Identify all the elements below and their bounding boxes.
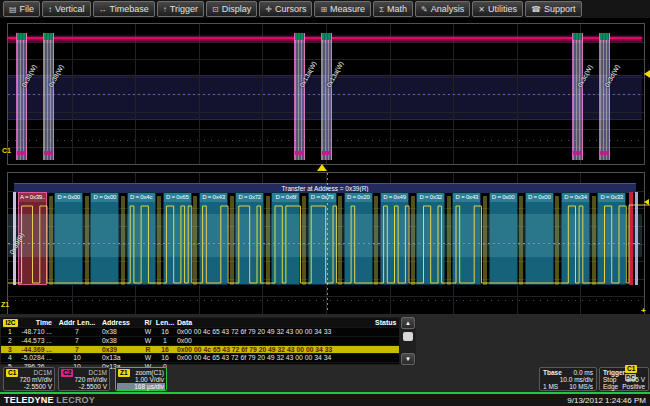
c1-chip: C1 bbox=[6, 369, 18, 377]
z1-scale: 1.00 V/div bbox=[118, 376, 164, 383]
burst-foot bbox=[295, 151, 304, 155]
menu-item-measure[interactable]: ⊞Measure bbox=[314, 1, 371, 17]
table-cell: W bbox=[141, 337, 155, 345]
burst-cap bbox=[17, 33, 26, 40]
menu-item-label: Cursors bbox=[275, 4, 307, 14]
tbase-scale: 10.0 ms/div bbox=[560, 376, 593, 383]
menu-item-label: Math bbox=[387, 4, 407, 14]
trigger-mode: Stop bbox=[603, 376, 616, 383]
menu-item-label: Vertical bbox=[55, 4, 85, 14]
trigger-box[interactable]: Trigger C1 DC Stop 3.05 V Edge Positive bbox=[599, 367, 649, 391]
datetime: 9/13/2012 1:24:46 PM bbox=[567, 396, 646, 405]
gridline bbox=[8, 296, 644, 297]
menu-item-support[interactable]: ☎Support bbox=[525, 1, 582, 17]
math-icon: Σ bbox=[379, 5, 384, 14]
burst-foot bbox=[322, 151, 331, 155]
decode-result-table: I2CTimeAddr Len...AddressR/Len...DataSta… bbox=[0, 317, 400, 365]
table-body: 1-48.710 ...70x38W160x00 00 4c 65 43 72 … bbox=[1, 327, 399, 371]
table-row[interactable]: 4-5.0284 ...100x13aW160x00 00 4c 65 43 7… bbox=[1, 353, 399, 362]
menu-item-trigger[interactable]: ↑Trigger bbox=[157, 1, 204, 17]
burst-foot bbox=[17, 151, 26, 155]
menu-item-display[interactable]: ⊡Display bbox=[206, 1, 257, 17]
table-cell: 3 bbox=[1, 346, 19, 354]
table-row[interactable]: 3-44.369 ...70x39R160x00 00 4c 65 43 72 … bbox=[1, 345, 399, 354]
table-header-cell: Len... bbox=[155, 319, 175, 327]
decode-box-label: D = 0x20 bbox=[345, 193, 372, 202]
table-cell: -44.369 ... bbox=[19, 346, 57, 354]
timebase-box[interactable]: Tbase 0.0 ms 10.0 ms/div 1 MS 10 MS/s bbox=[539, 367, 597, 391]
menu-item-math[interactable]: ΣMath bbox=[373, 1, 413, 17]
footer-bar: TELEDYNE LECROY 9/13/2012 1:24:46 PM bbox=[0, 394, 650, 406]
decode-box-label: D = 0x00 bbox=[55, 193, 82, 202]
zoom-level-marker[interactable] bbox=[644, 199, 649, 205]
scroll-down-button[interactable]: ▼ bbox=[401, 353, 415, 365]
table-cell: 2 bbox=[1, 337, 19, 345]
oscilloscope-screen: ▤File↕Vertical↔Timebase↑Trigger⊡Display✛… bbox=[0, 0, 650, 406]
table-header-cell: Addr Len... bbox=[57, 319, 97, 327]
c1-descriptor-box[interactable]: C1 DC1M 720 mV/div -2.5500 V bbox=[3, 367, 55, 391]
trigger-position-dashed-line bbox=[327, 173, 328, 312]
brand-logo: TELEDYNE LECROY bbox=[4, 395, 95, 405]
table-cell: 16 bbox=[155, 328, 175, 336]
table-cell: 0x38 bbox=[97, 337, 141, 345]
menu-item-cursors[interactable]: ✛Cursors bbox=[259, 1, 312, 17]
burst-cap bbox=[44, 33, 53, 40]
c1-offset: -2.5500 V bbox=[6, 383, 52, 390]
menu-item-file[interactable]: ▤File bbox=[3, 1, 40, 17]
table-cell: 7 bbox=[57, 337, 97, 345]
tbase-label: Tbase bbox=[543, 369, 562, 376]
menu-item-vertical[interactable]: ↕Vertical bbox=[42, 1, 91, 17]
menu-item-analysis[interactable]: ✎Analysis bbox=[415, 1, 470, 17]
scroll-thumb[interactable] bbox=[403, 332, 413, 341]
z1-trace-label: Z1 bbox=[1, 301, 9, 308]
i2c-burst: 0x38(W) bbox=[16, 33, 27, 160]
display-icon: ⊡ bbox=[212, 5, 219, 14]
table-cell: -48.710 ... bbox=[19, 328, 57, 336]
file-icon: ▤ bbox=[9, 5, 17, 14]
decode-box-label: D = 0x33 bbox=[598, 193, 625, 202]
c1-scale: 720 mV/div bbox=[6, 376, 52, 383]
c2-descriptor-box[interactable]: C2 DC1M 720 mV/div -2.5500 V bbox=[58, 367, 110, 391]
vertical-icon: ↕ bbox=[48, 5, 52, 14]
table-cell: 7 bbox=[57, 346, 97, 354]
table-row[interactable]: 1-48.710 ...70x38W160x00 00 4c 65 43 72 … bbox=[1, 327, 399, 336]
brand-lecroy: LECROY bbox=[56, 395, 95, 405]
protocol-chip: I2C bbox=[3, 319, 17, 327]
table-cell: 0x00 00 4c 65 43 72 6f 79 20 49 32 43 00… bbox=[175, 354, 373, 362]
analysis-icon: ✎ bbox=[421, 5, 428, 14]
utilities-icon: ✕ bbox=[478, 5, 485, 14]
table-cell: W bbox=[141, 328, 155, 336]
table-cell: 1 bbox=[1, 328, 19, 336]
z1-title: zoom(C1) bbox=[135, 369, 164, 376]
decode-box-label: D = 0x4c bbox=[128, 193, 155, 202]
table-cell: 0x39 bbox=[97, 346, 141, 354]
table-cell: 16 bbox=[155, 346, 175, 354]
zoom-level-dotted-line bbox=[8, 243, 642, 244]
trigger-level-marker[interactable] bbox=[644, 70, 650, 78]
burst-cap bbox=[573, 33, 582, 40]
table-cell: W bbox=[141, 354, 155, 362]
menu-item-label: Timebase bbox=[110, 4, 149, 14]
decode-box-label: A = 0x39.. bbox=[19, 193, 46, 202]
trigger-source-chip: C1 bbox=[625, 365, 637, 373]
table-cell: R bbox=[141, 346, 155, 354]
trigger-slope: Positive bbox=[622, 383, 645, 390]
trigger-icon: ↑ bbox=[163, 5, 167, 14]
table-scrollbar[interactable]: ▲ ▼ bbox=[400, 317, 416, 365]
table-cell: -44.573 ... bbox=[19, 337, 57, 345]
z1-descriptor-box[interactable]: Z1 zoom(C1) 1.00 V/div 168 µs/div bbox=[115, 367, 167, 391]
z1-timebase: 168 µs/div bbox=[117, 383, 165, 390]
burst-cap bbox=[295, 33, 304, 40]
trigger-time-marker[interactable] bbox=[317, 164, 327, 171]
table-cell: 16 bbox=[155, 354, 175, 362]
menu-item-timebase[interactable]: ↔Timebase bbox=[93, 1, 155, 17]
i2c-burst: 0x38(W) bbox=[43, 33, 54, 160]
cursors-icon: ✛ bbox=[265, 5, 272, 14]
table-row[interactable]: 2-44.573 ...70x38W10x00 bbox=[1, 336, 399, 345]
menu-item-utilities[interactable]: ✕Utilities bbox=[472, 1, 523, 17]
decode-box-label: D = 0x72 bbox=[236, 193, 263, 202]
menu-item-label: Display bbox=[222, 4, 252, 14]
scroll-up-button[interactable]: ▲ bbox=[401, 317, 415, 329]
trigger-type: Edge bbox=[603, 383, 618, 390]
trigger-label: Trigger bbox=[603, 369, 625, 376]
